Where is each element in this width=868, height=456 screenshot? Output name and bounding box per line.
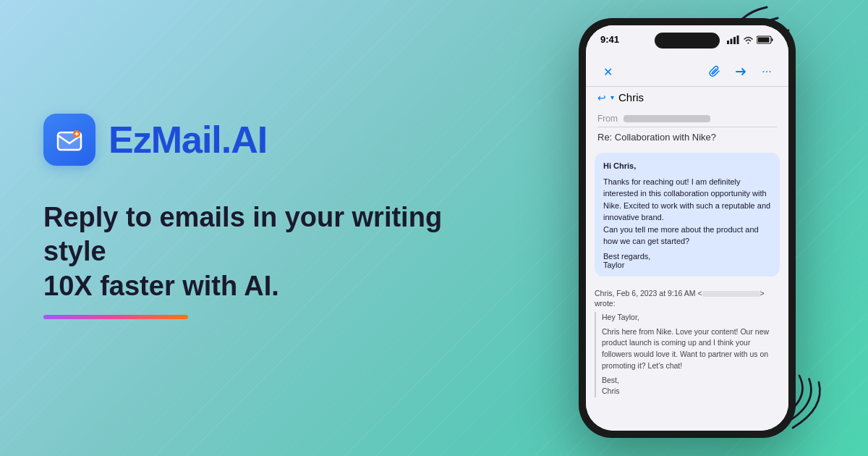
- reply-icon: ↩: [597, 92, 606, 104]
- status-icons: [727, 35, 774, 44]
- from-value: [624, 115, 710, 122]
- reply-to-name: Chris: [618, 91, 644, 104]
- email-subject: Re: Collaboration with Nike?: [597, 127, 777, 145]
- attach-button[interactable]: [705, 62, 725, 82]
- reply-chevron: ▾: [610, 93, 614, 101]
- battery-icon: [757, 35, 774, 44]
- svg-rect-5: [733, 37, 736, 44]
- dynamic-island: [655, 33, 720, 48]
- svg-rect-3: [727, 41, 729, 44]
- email-toolbar: ✕ ···: [586, 57, 788, 87]
- headline-line2: 10X faster with AI.: [43, 271, 279, 301]
- mail-icon: [55, 125, 84, 154]
- ai-reply-bubble: Hi Chris, Thanks for reaching out! I am …: [595, 153, 780, 276]
- toolbar-icons: ···: [705, 62, 777, 82]
- original-email-header: Chris, Feb 6, 2023 at 9:16 AM <> wrote:: [595, 288, 780, 309]
- ai-reply-body: Thanks for reaching out! I am definitely…: [603, 176, 771, 248]
- logo-row: EzMail.AI: [43, 114, 448, 166]
- attachment-icon: [708, 65, 721, 78]
- wifi-status-icon: [743, 35, 754, 44]
- phone-screen: 9:41: [586, 25, 788, 431]
- phone-frame: 9:41: [579, 18, 796, 438]
- original-email: Chris, Feb 6, 2023 at 9:16 AM <> wrote: …: [595, 284, 780, 402]
- reply-header: ↩ ▾ Chris: [586, 87, 788, 108]
- original-email-body: Hey Taylor, Chris here from Nike. Love y…: [595, 312, 780, 397]
- original-body-text: Chris here from Nike. Love your content!…: [602, 326, 780, 372]
- original-greeting: Hey Taylor,: [602, 312, 780, 324]
- close-button[interactable]: ✕: [597, 62, 618, 82]
- from-label: From: [597, 114, 618, 124]
- signal-icon: [727, 35, 740, 44]
- original-signature: Best,Chris: [602, 375, 780, 398]
- app-name: EzMail.AI: [109, 118, 267, 161]
- email-from: From: [597, 111, 777, 127]
- status-time: 9:41: [600, 34, 619, 45]
- app-logo-icon: [43, 114, 95, 166]
- send-icon: [734, 65, 747, 78]
- send-button[interactable]: [731, 62, 751, 82]
- headline-underline: [43, 315, 188, 319]
- ai-reply-signature: Best regards, Taylor: [603, 252, 771, 269]
- svg-rect-9: [758, 37, 770, 42]
- ai-reply-greeting: Hi Chris,: [603, 160, 771, 172]
- more-button[interactable]: ···: [757, 62, 777, 82]
- svg-rect-4: [731, 38, 733, 44]
- headline: Reply to emails in your writing style 10…: [43, 200, 448, 320]
- svg-rect-6: [737, 35, 739, 44]
- left-panel: EzMail.AI Reply to emails in your writin…: [43, 0, 448, 456]
- email-meta: From Re: Collaboration with Nike?: [586, 108, 788, 148]
- email-body: Hi Chris, Thanks for reaching out! I am …: [586, 148, 788, 431]
- svg-rect-8: [772, 38, 773, 41]
- right-panel: 9:41: [564, 14, 810, 442]
- headline-line1: Reply to emails in your writing style: [43, 202, 442, 267]
